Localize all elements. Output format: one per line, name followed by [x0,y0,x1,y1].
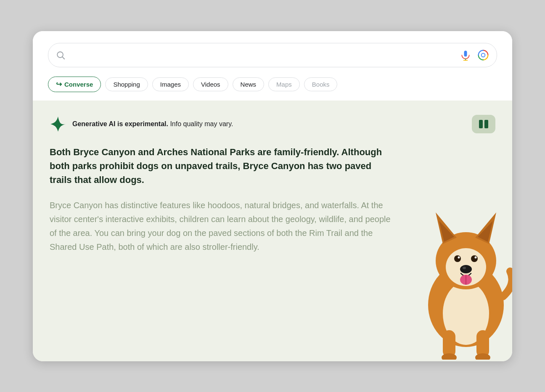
dog-image-container [407,183,512,361]
filter-tabs: ↪ Converse Shopping Images Videos News M… [48,77,497,92]
svg-point-18 [471,255,478,262]
ai-header-left: Generative AI is experimental. Info qual… [50,116,233,132]
tab-maps-label: Maps [276,81,292,88]
ai-experimental-bold: Generative AI is experimental. [72,120,168,127]
tab-news[interactable]: News [233,77,265,91]
tab-videos-label: Videos [201,81,220,88]
ai-main-text: Both Bryce Canyon and Arches National Pa… [50,145,394,187]
tab-images[interactable]: Images [152,77,189,91]
tab-shopping[interactable]: Shopping [105,77,148,91]
svg-point-17 [454,255,461,262]
tab-news-label: News [241,81,257,88]
search-bar[interactable]: what's better for a family with kids und… [48,43,497,67]
svg-point-21 [460,265,472,273]
tab-converse[interactable]: ↪ Converse [48,77,101,92]
dog-illustration [407,183,512,360]
tab-converse-label: Converse [64,81,93,88]
svg-point-20 [475,256,477,258]
search-section: what's better for a family with kids und… [33,31,512,101]
layout-button-icon [478,118,489,130]
lens-icon[interactable] [477,49,489,61]
tab-maps[interactable]: Maps [268,77,300,91]
svg-point-6 [482,53,485,57]
ai-header: Generative AI is experimental. Info qual… [50,115,495,133]
ai-secondary-text: Bryce Canyon has distinctive features li… [50,199,394,254]
svg-rect-7 [479,120,483,128]
layout-button[interactable] [472,115,495,133]
tab-books[interactable]: Books [304,77,338,91]
svg-point-22 [463,267,466,269]
svg-line-1 [62,57,64,59]
ai-experimental-regular: Info quality may vary. [168,120,233,127]
svg-point-19 [458,256,460,258]
search-icons-right [460,49,489,61]
ai-section: Generative AI is experimental. Info qual… [33,101,512,361]
ai-star-icon [50,116,66,132]
ai-experimental-text: Generative AI is experimental. Info qual… [72,120,233,128]
search-input[interactable]: what's better for a family with kids und… [70,50,455,59]
converse-arrow-icon: ↪ [56,80,62,89]
svg-rect-2 [464,50,467,56]
search-icon [56,50,65,60]
tab-books-label: Books [312,81,330,88]
tab-videos[interactable]: Videos [193,77,228,91]
mic-icon[interactable] [460,49,471,61]
tab-shopping-label: Shopping [113,81,140,88]
svg-rect-8 [484,120,488,128]
search-card: what's better for a family with kids und… [33,31,512,361]
tab-images-label: Images [160,81,181,88]
